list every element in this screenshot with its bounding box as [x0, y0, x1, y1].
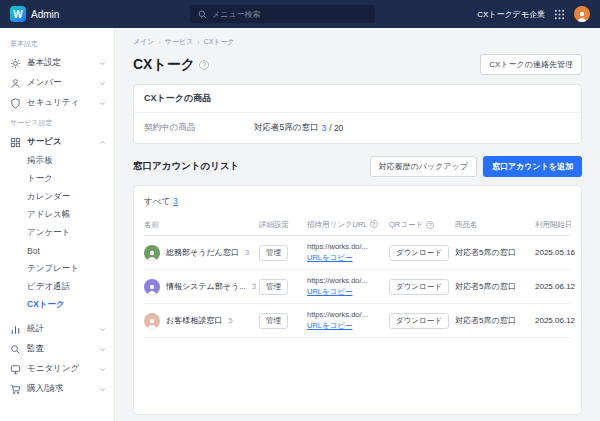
account-name[interactable]: 情報システム部そう... — [166, 281, 246, 292]
column-header-invite-url: 招待用リンクURL? — [307, 220, 389, 230]
chevron-down-icon — [99, 100, 106, 107]
gear-icon — [10, 58, 21, 69]
column-header-name: 名前 — [144, 220, 259, 230]
invite-url-link[interactable]: https://works.do/... — [307, 276, 368, 285]
breadcrumb-item-main[interactable]: メイン — [133, 37, 155, 47]
sidebar-item-talk[interactable]: トーク — [0, 170, 114, 188]
menu-search — [190, 5, 375, 23]
sidebar-item-security[interactable]: セキュリティ — [0, 93, 114, 113]
page-title: CXトーク — [133, 56, 195, 74]
qr-download-button[interactable]: ダウンロード — [389, 245, 449, 261]
works-logo-icon: W — [10, 6, 26, 22]
brand[interactable]: W Admin — [10, 6, 160, 22]
chevron-down-icon — [99, 60, 106, 67]
accounts-header-buttons: 対応履歴のバックアップ 窓口アカウントを追加 — [370, 156, 582, 177]
accounts-card: すべて3 名前 詳細設定 招待用リンクURL? QRコード? 商品名 利用開始日 — [133, 185, 582, 415]
copy-url-link[interactable]: URLをコピー — [307, 253, 353, 263]
table-row: 総務部そうだん窓口 3 管理 https://works.do/... URLを… — [144, 236, 571, 270]
manage-button[interactable]: 管理 — [259, 279, 288, 295]
title-row: CXトーク ? CXトークの連絡先管理 — [133, 54, 582, 75]
page-help-icon[interactable]: ? — [199, 60, 209, 70]
sidebar-item-monitoring[interactable]: モニタリング — [0, 359, 114, 379]
copy-url-link[interactable]: URLをコピー — [307, 321, 353, 331]
sidebar-bottom-group: 統計 監査 モニタリング — [0, 319, 114, 399]
search-input[interactable] — [212, 10, 367, 19]
breadcrumb-separator: › — [159, 39, 161, 46]
qr-download-button[interactable]: ダウンロード — [389, 279, 449, 295]
sidebar-item-statistics[interactable]: 統計 — [0, 319, 114, 339]
sidebar-item-members[interactable]: メンバー — [0, 73, 114, 93]
copy-url-link[interactable]: URLをコピー — [307, 287, 353, 297]
bar-chart-icon — [10, 324, 21, 335]
monitor-icon — [10, 364, 21, 375]
user-avatar[interactable] — [574, 6, 590, 22]
sidebar-item-label: 統計 — [27, 323, 44, 335]
account-avatar — [144, 313, 160, 329]
contact-management-button[interactable]: CXトークの連絡先管理 — [480, 54, 582, 75]
sidebar-item-template[interactable]: テンプレート — [0, 260, 114, 278]
sidebar-item-cx-talk[interactable]: CXトーク — [0, 296, 114, 314]
table-header: 名前 詳細設定 招待用リンクURL? QRコード? 商品名 利用開始日 — [144, 216, 571, 236]
used-count-link[interactable]: 3 — [321, 123, 326, 133]
column-header-product: 商品名 — [455, 220, 535, 230]
sidebar-item-calendar[interactable]: カレンダー — [0, 188, 114, 206]
sidebar-item-video-call[interactable]: ビデオ通話 — [0, 278, 114, 296]
contract-label: 契約中の商品 — [144, 122, 254, 134]
chevron-down-icon — [99, 326, 106, 333]
accounts-table: 名前 詳細設定 招待用リンクURL? QRコード? 商品名 利用開始日 — [144, 216, 571, 338]
sidebar-item-basic-settings[interactable]: 基本設定 — [0, 53, 114, 73]
row-product-name: 対応者5席の窓口 — [455, 281, 535, 292]
sidebar-item-survey[interactable]: アンケート — [0, 224, 114, 242]
invite-url-link[interactable]: https://works.do/... — [307, 310, 368, 319]
sidebar-item-audit[interactable]: 監査 — [0, 339, 114, 359]
sidebar-item-label: 監査 — [27, 343, 44, 355]
accounts-section-header: 窓口アカウントのリスト 対応履歴のバックアップ 窓口アカウントを追加 — [133, 156, 582, 177]
sidebar-item-purchase-billing[interactable]: 購入/請求 — [0, 379, 114, 399]
add-account-button[interactable]: 窓口アカウントを追加 — [483, 156, 582, 177]
services-grid-icon — [10, 137, 21, 148]
sidebar-item-label: 基本設定 — [27, 57, 61, 69]
row-start-date: 2025.05.16 — [535, 248, 575, 257]
invite-url-help-icon[interactable]: ? — [370, 220, 378, 228]
manage-button[interactable]: 管理 — [259, 245, 288, 261]
audit-magnifier-icon — [10, 344, 21, 355]
backup-button[interactable]: 対応履歴のバックアップ — [370, 156, 477, 177]
filter-all-tab[interactable]: すべて3 — [144, 196, 571, 208]
sidebar-item-label: モニタリング — [27, 363, 79, 375]
account-avatar — [144, 279, 160, 295]
row-start-date: 2025.06.12 — [535, 282, 575, 291]
company-name[interactable]: CXトークデモ企業 — [477, 9, 545, 20]
apps-grid-icon[interactable] — [554, 9, 565, 20]
breadcrumb: メイン › サービス › CXトーク — [133, 37, 582, 47]
accounts-section-title: 窓口アカウントのリスト — [133, 160, 240, 173]
sidebar-item-board[interactable]: 掲示板 — [0, 152, 114, 170]
main-content: メイン › サービス › CXトーク CXトーク ? CXトークの連絡先管理 C… — [115, 28, 600, 421]
breadcrumb-item-service[interactable]: サービス — [165, 37, 194, 47]
account-member-count: 3 — [245, 248, 249, 257]
app-window: W Admin CXトークデモ企業 基本設 — [0, 0, 600, 421]
row-start-date: 2025.06.12 — [535, 316, 575, 325]
invite-url-link[interactable]: https://works.do/... — [307, 242, 368, 251]
account-name[interactable]: 総務部そうだん窓口 — [166, 247, 239, 258]
sidebar-item-contacts[interactable]: アドレス帳 — [0, 206, 114, 224]
sidebar-item-label: 購入/請求 — [27, 383, 63, 395]
qr-help-icon[interactable]: ? — [426, 221, 434, 229]
qr-download-button[interactable]: ダウンロード — [389, 313, 449, 329]
column-header-settings: 詳細設定 — [259, 220, 307, 230]
manage-button[interactable]: 管理 — [259, 313, 288, 329]
sidebar-section-basic: 基本設定 — [0, 34, 114, 53]
sidebar: 基本設定 基本設定 メンバー セキュリティ — [0, 28, 115, 421]
breadcrumb-item-cx-talk[interactable]: CXトーク — [204, 37, 235, 47]
product-card-title: CXトークの商品 — [134, 85, 581, 113]
contract-product-name: 対応者5席の窓口 — [254, 122, 318, 134]
chevron-down-icon — [99, 346, 106, 353]
topbar: W Admin CXトークデモ企業 — [0, 0, 600, 28]
sidebar-item-services[interactable]: サービス — [0, 132, 114, 152]
sidebar-item-bot[interactable]: Bot — [0, 242, 114, 260]
chevron-down-icon — [99, 80, 106, 87]
account-name[interactable]: お客様相談窓口 — [166, 315, 222, 326]
column-header-start-date: 利用開始日 — [535, 220, 571, 230]
person-icon — [10, 78, 21, 89]
breadcrumb-separator: › — [197, 39, 199, 46]
cart-icon — [10, 384, 21, 395]
